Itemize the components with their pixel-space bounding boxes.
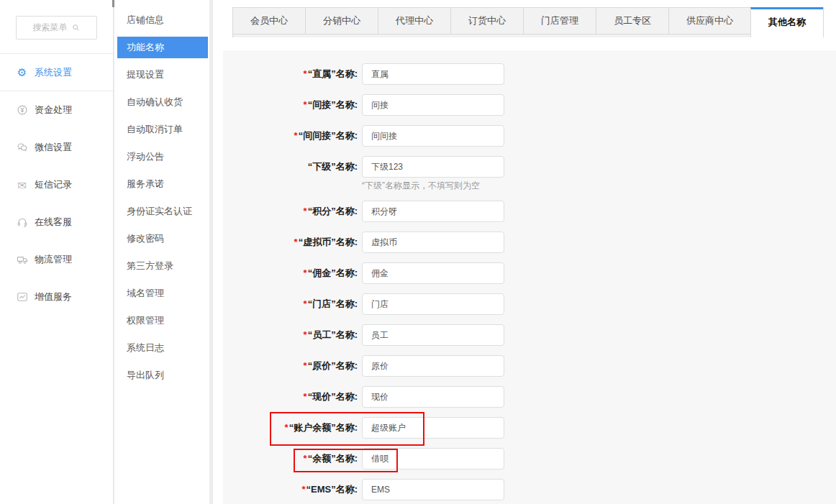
yen-circle-icon — [16, 104, 28, 116]
submenu-item-label: 导出队列 — [127, 369, 164, 382]
field-label-text: “间间接”名称: — [299, 130, 358, 141]
sidebar-item-7[interactable]: 增值服务 — [0, 278, 113, 316]
submenu-item-11[interactable]: 域名管理 — [114, 280, 209, 307]
submenu-item-9[interactable]: 修改密码 — [114, 225, 209, 252]
content-area: 会员中心分销中心代理中心订货中心门店管理员工专区供应商中心其他名称 *“直属”名… — [213, 0, 836, 504]
sidebar-item-label: 系统设置 — [35, 66, 72, 79]
field-input-9[interactable] — [362, 324, 504, 346]
submenu-item-6[interactable]: 浮动公告 — [114, 143, 209, 170]
field-label-text: “间接”名称: — [308, 99, 358, 110]
tab-7[interactable]: 供应商中心 — [668, 7, 750, 35]
main-sidebar: 搜索菜单 ⚙系统设置资金处理微信设置✉短信记录在线客服物流管理增值服务 — [0, 0, 114, 504]
form-field-row: *“门店”名称: — [223, 293, 836, 315]
sidebar-item-label: 在线客服 — [35, 216, 72, 229]
field-label-text: “虚拟币”名称: — [299, 237, 358, 247]
field-input-10[interactable] — [362, 355, 504, 377]
submenu-item-label: 域名管理 — [127, 287, 164, 300]
sub-sidebar: 店铺信息功能名称提现设置自动确认收货自动取消订单浮动公告服务承诺身份证实名认证修… — [114, 0, 209, 504]
tab-label: 供应商中心 — [686, 15, 733, 26]
submenu-item-12[interactable]: 权限管理 — [114, 307, 209, 334]
field-label-text: “EMS”名称: — [306, 484, 358, 495]
required-asterisk: * — [304, 298, 307, 309]
sidebar-item-3[interactable]: 微信设置 — [0, 129, 113, 166]
tab-1[interactable]: 会员中心 — [233, 7, 305, 35]
form-field-row: *“EMS”名称: — [223, 479, 836, 500]
field-label-text: “员工”名称: — [308, 329, 358, 340]
form-field-row: *“直属”名称: — [223, 63, 836, 85]
field-input-13[interactable] — [362, 448, 504, 469]
field-input-7[interactable] — [362, 262, 504, 284]
search-input[interactable]: 搜索菜单 — [16, 16, 97, 40]
field-input-3[interactable] — [362, 125, 504, 147]
submenu-item-4[interactable]: 自动确认收货 — [114, 88, 209, 116]
sidebar-item-4[interactable]: ✉短信记录 — [0, 166, 113, 203]
field-input-5[interactable] — [362, 201, 504, 222]
submenu-item-label: 系统日志 — [127, 342, 164, 354]
form-field-row: *“积分”名称: — [223, 201, 836, 222]
field-input-2[interactable] — [362, 94, 504, 116]
field-label: *“现价”名称: — [223, 386, 358, 408]
tab-bar: 会员中心分销中心代理中心订货中心门店管理员工专区供应商中心其他名称 — [232, 7, 824, 37]
field-label: *“EMS”名称: — [223, 479, 358, 500]
submenu-item-7[interactable]: 服务承诺 — [114, 170, 209, 198]
submenu-item-label: 自动确认收货 — [127, 96, 183, 109]
tab-8[interactable]: 其他名称 — [750, 7, 823, 37]
required-asterisk: * — [304, 453, 307, 464]
field-label-text: “现价”名称: — [308, 391, 358, 402]
form-field-row: *“虚拟币”名称: — [223, 232, 836, 253]
field-label-text: “门店”名称: — [308, 298, 358, 309]
tab-label: 分销中心 — [323, 15, 360, 26]
sidebar-item-5[interactable]: 在线客服 — [0, 203, 113, 241]
tab-5[interactable]: 门店管理 — [523, 7, 596, 35]
submenu-item-2[interactable]: 功能名称 — [117, 37, 208, 58]
form-field-row: *“余额”名称: — [223, 448, 836, 469]
field-input-8[interactable] — [362, 293, 504, 315]
tab-6[interactable]: 员工专区 — [596, 7, 668, 35]
sidebar-item-2[interactable]: 资金处理 — [0, 91, 113, 129]
field-label-text: “下级”名称: — [308, 161, 358, 172]
sidebar-item-1[interactable]: ⚙系统设置 — [0, 54, 113, 91]
submenu-item-5[interactable]: 自动取消订单 — [114, 116, 209, 143]
main-menu: ⚙系统设置资金处理微信设置✉短信记录在线客服物流管理增值服务 — [0, 53, 113, 316]
tab-label: 员工专区 — [614, 15, 651, 26]
required-asterisk: * — [294, 237, 298, 247]
submenu-item-10[interactable]: 第三方登录 — [114, 252, 209, 280]
field-input-1[interactable] — [362, 63, 504, 85]
field-input-14[interactable] — [362, 479, 504, 500]
field-input-11[interactable] — [362, 386, 504, 408]
tab-4[interactable]: 订货中心 — [450, 7, 523, 35]
submenu-item-label: 功能名称 — [127, 41, 164, 54]
gear-icon: ⚙ — [16, 66, 28, 78]
tab-2[interactable]: 分销中心 — [305, 7, 378, 35]
form-field-row: *“账户余额”名称: — [223, 417, 836, 439]
magnifier-icon — [71, 23, 81, 32]
field-label-text: “积分”名称: — [308, 206, 358, 216]
sidebar-item-label: 资金处理 — [35, 104, 72, 116]
form-field-row: *“间接”名称: — [223, 94, 836, 116]
form-field-row: *“佣金”名称: — [223, 262, 836, 284]
form-field-row: “下级”名称:“下级”名称显示，不填写则为空 — [223, 156, 836, 191]
sidebar-item-6[interactable]: 物流管理 — [0, 241, 113, 278]
sidebar-item-label: 微信设置 — [35, 141, 72, 154]
tab-3[interactable]: 代理中心 — [378, 7, 450, 35]
field-label: *“间间接”名称: — [223, 125, 358, 147]
required-asterisk: * — [304, 206, 307, 216]
field-input-6[interactable] — [362, 232, 504, 253]
required-asterisk: * — [304, 99, 307, 110]
submenu-item-1[interactable]: 店铺信息 — [114, 6, 209, 34]
field-input-12[interactable] — [362, 417, 504, 439]
sidebar-item-label: 短信记录 — [35, 178, 72, 191]
required-asterisk: * — [304, 329, 307, 340]
tab-label: 其他名称 — [768, 17, 806, 27]
tab-label: 门店管理 — [541, 15, 578, 26]
submenu-item-14[interactable]: 导出队列 — [114, 362, 209, 389]
submenu-item-3[interactable]: 提现设置 — [114, 61, 209, 88]
field-input-4[interactable] — [362, 156, 504, 178]
trend-chart-icon — [16, 291, 28, 303]
required-asterisk: * — [294, 130, 298, 141]
submenu-item-8[interactable]: 身份证实名认证 — [114, 198, 209, 225]
required-asterisk: * — [304, 267, 307, 278]
submenu-item-13[interactable]: 系统日志 — [114, 334, 209, 362]
required-asterisk: * — [304, 68, 307, 79]
field-label: *“直属”名称: — [223, 63, 358, 85]
